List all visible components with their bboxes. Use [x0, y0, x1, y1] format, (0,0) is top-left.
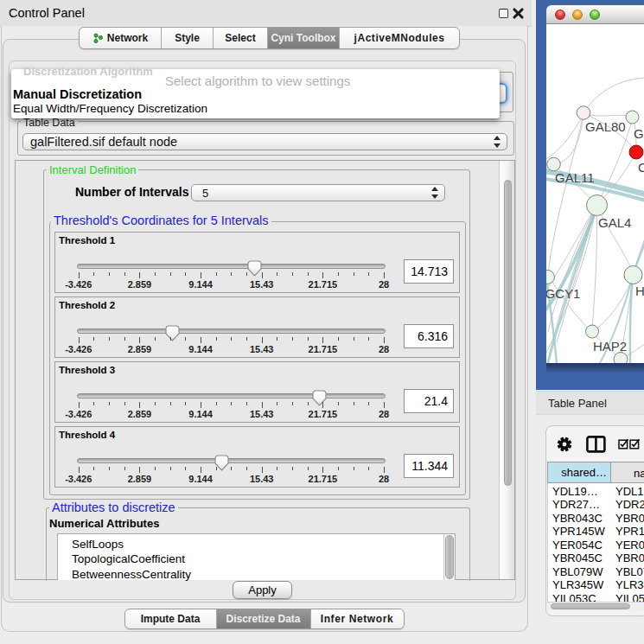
svg-text:H: H [635, 284, 644, 298]
svg-text:GCY1: GCY1 [546, 286, 580, 301]
svg-text:C: C [638, 160, 644, 175]
svg-text:GA: GA [634, 126, 644, 141]
svg-text:HAP2: HAP2 [593, 339, 627, 354]
svg-text:GAL4: GAL4 [598, 215, 631, 230]
svg-text:GAL80: GAL80 [585, 119, 626, 134]
svg-text:GAL11: GAL11 [555, 170, 595, 185]
